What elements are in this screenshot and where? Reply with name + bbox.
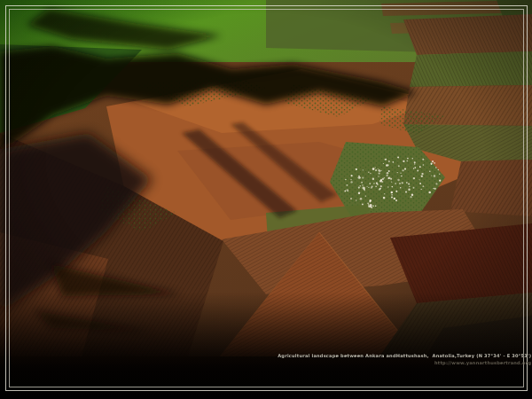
caption-block: Agricultural landscape between Ankara an… [278, 353, 531, 367]
bottom-fade [0, 293, 532, 356]
aerial-photo-art [0, 0, 532, 356]
aerial-photo [0, 0, 532, 356]
wallpaper-photo-page: Agricultural landscape between Ankara an… [0, 0, 532, 399]
photo-credit-url: http://www.yannarthusbertrand.org [278, 360, 531, 367]
photo-caption: Agricultural landscape between Ankara an… [278, 353, 531, 360]
